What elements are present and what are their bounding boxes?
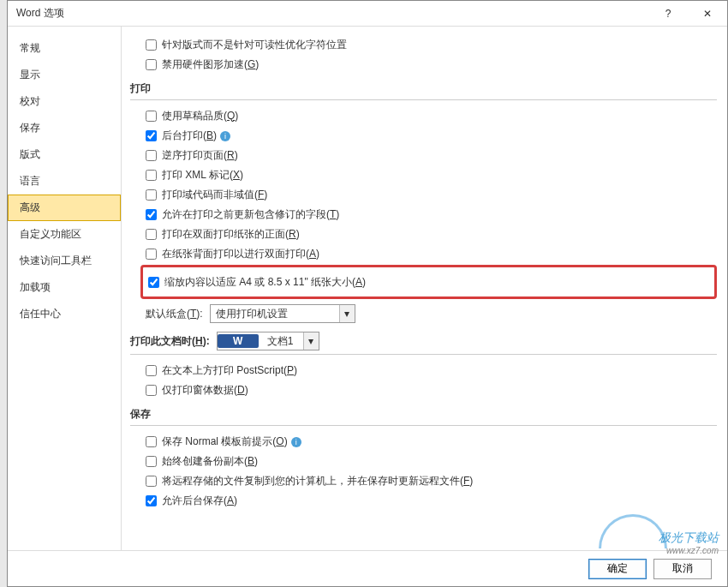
opt-draft-quality[interactable]: 使用草稿品质(Q) xyxy=(146,107,717,124)
chevron-down-icon: ▾ xyxy=(303,332,319,350)
opt-scale-a4[interactable]: 缩放内容以适应 A4 或 8.5 x 11" 纸张大小(A) xyxy=(148,273,709,291)
dialog-title: Word 选项 xyxy=(16,6,648,21)
titlebar: Word 选项 ? ✕ xyxy=(8,1,727,27)
print-doc-combo[interactable]: W 文档1 ▾ xyxy=(217,332,319,350)
opt-background-print[interactable]: 后台打印(B)i xyxy=(146,127,717,144)
checkbox[interactable] xyxy=(146,170,157,181)
section-print: 打印 xyxy=(130,81,717,100)
checkbox[interactable] xyxy=(146,39,157,51)
checkbox[interactable] xyxy=(146,111,157,122)
opt-print-back-duplex[interactable]: 在纸张背面打印以进行双面打印(A) xyxy=(146,245,717,262)
opt-copy-remote[interactable]: 将远程存储的文件复制到您的计算机上，并在保存时更新远程文件(F) xyxy=(146,472,717,489)
checkbox[interactable] xyxy=(146,495,157,506)
opt-disable-hw-accel[interactable]: 禁用硬件图形加速(G) xyxy=(146,56,717,73)
sidebar: 常规 显示 校对 保存 版式 语言 高级 自定义功能区 快速访问工具栏 加载项 … xyxy=(8,27,122,550)
checkbox[interactable] xyxy=(146,456,157,467)
opt-allow-bg-save[interactable]: 允许后台保存(A) xyxy=(146,492,717,509)
checkbox[interactable] xyxy=(146,385,157,396)
info-icon[interactable]: i xyxy=(220,131,230,141)
ok-button[interactable]: 确定 xyxy=(588,559,647,579)
sidebar-item-proofing[interactable]: 校对 xyxy=(8,88,121,115)
checkbox[interactable] xyxy=(146,365,157,376)
dialog-footer: 确定 取消 xyxy=(8,550,727,586)
default-tray-row: 默认纸盒(T): 使用打印机设置 ▾ xyxy=(146,304,717,323)
sidebar-item-general[interactable]: 常规 xyxy=(8,35,121,62)
sidebar-item-customize-ribbon[interactable]: 自定义功能区 xyxy=(8,221,121,248)
content-panel[interactable]: 针对版式而不是针对可读性优化字符位置 禁用硬件图形加速(G) 打印 使用草稿品质… xyxy=(122,27,727,550)
sidebar-item-language[interactable]: 语言 xyxy=(8,168,121,195)
sidebar-item-display[interactable]: 显示 xyxy=(8,62,121,88)
opt-update-fields[interactable]: 允许在打印之前更新包含修订的字段(T) xyxy=(146,206,717,223)
opt-print-xml[interactable]: 打印 XML 标记(X) xyxy=(146,166,717,183)
checkbox[interactable] xyxy=(146,189,157,201)
info-icon[interactable]: i xyxy=(291,437,301,447)
opt-form-data-only[interactable]: 仅打印窗体数据(D) xyxy=(146,381,717,398)
help-button[interactable]: ? xyxy=(648,1,688,27)
cancel-button[interactable]: 取消 xyxy=(653,559,712,579)
checkbox[interactable] xyxy=(146,436,157,447)
chevron-down-icon: ▾ xyxy=(339,305,355,322)
close-button[interactable]: ✕ xyxy=(688,1,727,27)
checkbox[interactable] xyxy=(146,59,157,70)
opt-field-codes[interactable]: 打印域代码而非域值(F) xyxy=(146,186,717,203)
checkbox[interactable] xyxy=(146,209,157,220)
section-save: 保存 xyxy=(130,407,717,426)
checkbox[interactable] xyxy=(146,130,157,141)
opt-always-backup[interactable]: 始终创建备份副本(B) xyxy=(146,452,717,470)
checkbox[interactable] xyxy=(146,249,157,260)
help-icon: ? xyxy=(665,8,671,20)
highlight-box: 缩放内容以适应 A4 或 8.5 x 11" 纸张大小(A) xyxy=(140,265,717,299)
sidebar-item-layout[interactable]: 版式 xyxy=(8,141,121,168)
sidebar-item-advanced[interactable]: 高级 xyxy=(8,195,121,221)
sidebar-item-save[interactable]: 保存 xyxy=(8,115,121,141)
sidebar-item-quick-access[interactable]: 快速访问工具栏 xyxy=(8,248,121,274)
opt-prompt-normal[interactable]: 保存 Normal 模板前提示(O)i xyxy=(146,433,717,450)
sidebar-item-addins[interactable]: 加载项 xyxy=(8,274,121,301)
opt-optimize-layout[interactable]: 针对版式而不是针对可读性优化字符位置 xyxy=(146,36,717,53)
default-tray-combo[interactable]: 使用打印机设置 ▾ xyxy=(210,304,355,323)
opt-print-front-duplex[interactable]: 打印在双面打印纸张的正面(R) xyxy=(146,225,717,243)
opt-reverse-order[interactable]: 逆序打印页面(R) xyxy=(146,147,717,164)
opt-postscript-over-text[interactable]: 在文本上方打印 PostScript(P) xyxy=(146,362,717,379)
word-icon: W xyxy=(218,334,259,348)
checkbox[interactable] xyxy=(146,476,157,487)
section-print-doc: 打印此文档时(H): W 文档1 ▾ xyxy=(130,332,717,355)
checkbox[interactable] xyxy=(146,150,157,161)
checkbox[interactable] xyxy=(146,229,157,240)
word-options-dialog: Word 选项 ? ✕ 常规 显示 校对 保存 版式 语言 高级 自定义功能区 … xyxy=(7,0,728,587)
sidebar-item-trust-center[interactable]: 信任中心 xyxy=(8,301,121,327)
close-icon: ✕ xyxy=(703,8,712,20)
checkbox[interactable] xyxy=(148,277,159,288)
